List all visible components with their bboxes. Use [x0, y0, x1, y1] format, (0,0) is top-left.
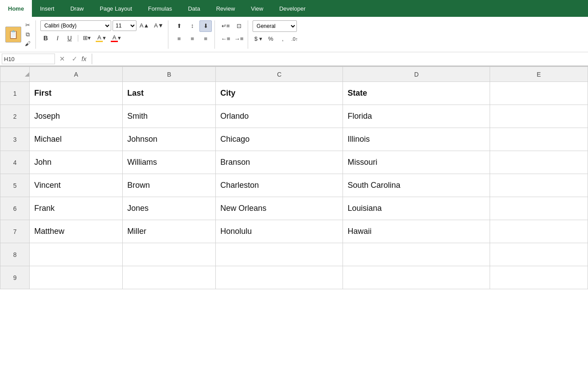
cell-r7-c4[interactable]: Hawaii — [343, 220, 490, 243]
align-top-button[interactable]: ⬆ — [173, 20, 185, 32]
row-header-9[interactable]: 9 — [0, 266, 30, 289]
row-header-8[interactable]: 8 — [0, 243, 30, 266]
cell-r1-c2[interactable]: Last — [123, 82, 216, 105]
corner-cell[interactable] — [0, 67, 30, 82]
cell-r1-c5[interactable] — [490, 82, 588, 105]
merge-center-button[interactable]: ⊡ — [233, 20, 245, 32]
cell-r5-c3[interactable]: Charleston — [216, 174, 343, 197]
cell-r5-c4[interactable]: South Carolina — [343, 174, 490, 197]
row-header-7[interactable]: 7 — [0, 220, 30, 243]
cell-reference-box[interactable]: H10 — [2, 54, 55, 64]
cell-r8-c2[interactable] — [123, 243, 216, 266]
cell-r1-c4[interactable]: State — [343, 82, 490, 105]
copy-button[interactable]: ⧉ — [22, 30, 33, 39]
cell-r6-c2[interactable]: Jones — [123, 197, 216, 220]
align-center-button[interactable]: ≡ — [186, 33, 199, 45]
cell-r6-c5[interactable] — [490, 197, 588, 220]
cell-r8-c5[interactable] — [490, 243, 588, 266]
cell-r4-c5[interactable] — [490, 151, 588, 174]
font-color-button[interactable]: A ▾ — [109, 33, 123, 43]
row-header-5[interactable]: 5 — [0, 174, 30, 197]
cell-r8-c4[interactable] — [343, 243, 490, 266]
tab-page-layout[interactable]: Page Layout — [92, 0, 140, 17]
row-header-6[interactable]: 6 — [0, 197, 30, 220]
tab-insert[interactable]: Insert — [32, 0, 62, 17]
format-painter-button[interactable]: 🖌 — [22, 39, 33, 48]
italic-button[interactable]: I — [52, 33, 63, 43]
tab-review[interactable]: Review — [208, 0, 243, 17]
decrease-indent-button[interactable]: ←≡ — [219, 33, 232, 45]
cell-r3-c5[interactable] — [490, 128, 588, 151]
cell-r1-c3[interactable]: City — [216, 82, 343, 105]
tab-data[interactable]: Data — [180, 0, 208, 17]
scissors-button[interactable]: ✂ — [22, 21, 33, 30]
cell-r7-c3[interactable]: Honolulu — [216, 220, 343, 243]
cell-r9-c5[interactable] — [490, 266, 588, 289]
cell-r7-c2[interactable]: Miller — [123, 220, 216, 243]
cell-r6-c3[interactable]: New Orleans — [216, 197, 343, 220]
tab-home[interactable]: Home — [0, 0, 32, 17]
col-header-a[interactable]: A — [30, 67, 123, 82]
tab-formulas[interactable]: Formulas — [140, 0, 180, 17]
row-header-2[interactable]: 2 — [0, 105, 30, 128]
underline-button[interactable]: U — [64, 33, 75, 43]
cell-r8-c1[interactable] — [30, 243, 123, 266]
cell-r3-c1[interactable]: Michael — [30, 128, 123, 151]
row-header-4[interactable]: 4 — [0, 151, 30, 174]
cell-r4-c1[interactable]: John — [30, 151, 123, 174]
cell-r2-c5[interactable] — [490, 105, 588, 128]
cell-r4-c3[interactable]: Branson — [216, 151, 343, 174]
cell-r8-c3[interactable] — [216, 243, 343, 266]
cell-r2-c2[interactable]: Smith — [123, 105, 216, 128]
cell-r9-c4[interactable] — [343, 266, 490, 289]
borders-button[interactable]: ⊞▾ — [81, 33, 93, 43]
row-header-3[interactable]: 3 — [0, 128, 30, 151]
cell-r2-c1[interactable]: Joseph — [30, 105, 123, 128]
cell-r2-c3[interactable]: Orlando — [216, 105, 343, 128]
cell-r9-c3[interactable] — [216, 266, 343, 289]
cell-r6-c1[interactable]: Frank — [30, 197, 123, 220]
currency-button[interactable]: $ ▾ — [253, 34, 264, 44]
font-family-select[interactable]: Calibri (Body) — [40, 20, 111, 31]
cell-r5-c2[interactable]: Brown — [123, 174, 216, 197]
percent-button[interactable]: % — [265, 34, 276, 44]
cell-r5-c5[interactable] — [490, 174, 588, 197]
cell-r3-c2[interactable]: Johnson — [123, 128, 216, 151]
font-size-select[interactable]: 11 — [113, 20, 136, 31]
bold-button[interactable]: B — [40, 33, 51, 43]
font-shrink-button[interactable]: A▼ — [152, 20, 166, 31]
confirm-formula-button[interactable]: ✓ — [69, 54, 80, 64]
cell-r1-c1[interactable]: First — [30, 82, 123, 105]
cell-r9-c1[interactable] — [30, 266, 123, 289]
number-format-select[interactable]: General — [253, 20, 297, 32]
paste-button[interactable]: 📋 — [5, 27, 21, 43]
cell-r3-c4[interactable]: Illinois — [343, 128, 490, 151]
align-left-button[interactable]: ≡ — [173, 33, 185, 45]
increase-decimal-button[interactable]: .0↑ — [289, 34, 300, 44]
cell-r2-c4[interactable]: Florida — [343, 105, 490, 128]
cell-r7-c1[interactable]: Matthew — [30, 220, 123, 243]
cell-r6-c4[interactable]: Louisiana — [343, 197, 490, 220]
cell-r5-c1[interactable]: Vincent — [30, 174, 123, 197]
cell-r9-c2[interactable] — [123, 266, 216, 289]
tab-view[interactable]: View — [243, 0, 271, 17]
align-bottom-button[interactable]: ⬇ — [199, 20, 212, 32]
align-middle-button[interactable]: ↕ — [186, 20, 199, 32]
cell-r4-c4[interactable]: Missouri — [343, 151, 490, 174]
col-header-e[interactable]: E — [490, 67, 588, 82]
col-header-c[interactable]: C — [216, 67, 343, 82]
increase-indent-button[interactable]: →≡ — [233, 33, 245, 45]
cell-r3-c3[interactable]: Chicago — [216, 128, 343, 151]
wrap-text-button[interactable]: ↵≡ — [219, 20, 232, 32]
tab-developer[interactable]: Developer — [271, 0, 313, 17]
cell-r7-c5[interactable] — [490, 220, 588, 243]
row-header-1[interactable]: 1 — [0, 82, 30, 105]
col-header-b[interactable]: B — [123, 67, 216, 82]
fill-color-button[interactable]: A ▾ — [94, 33, 108, 43]
col-header-d[interactable]: D — [343, 67, 490, 82]
font-grow-button[interactable]: A▲ — [138, 20, 151, 31]
comma-button[interactable]: , — [277, 34, 288, 44]
tab-draw[interactable]: Draw — [62, 0, 92, 17]
formula-input[interactable] — [96, 54, 586, 64]
cell-r4-c2[interactable]: Williams — [123, 151, 216, 174]
